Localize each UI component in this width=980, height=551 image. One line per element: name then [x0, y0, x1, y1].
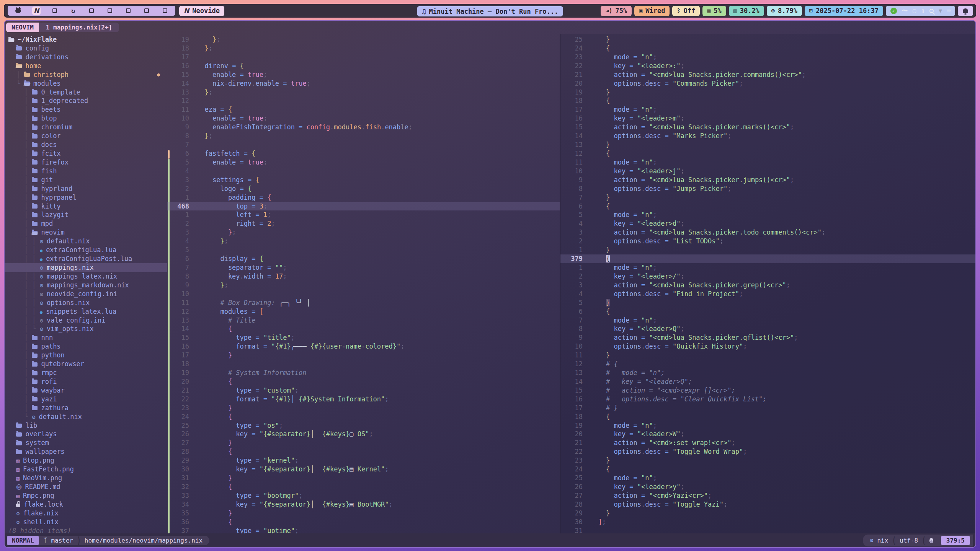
code-line[interactable]: 13 };	[167, 88, 560, 97]
tree-item[interactable]: ⚙flake.nix	[5, 509, 167, 518]
file-tree[interactable]: ~/NixFlake config derivations home │ chr…	[5, 34, 167, 533]
code-line[interactable]: 2 options.desc = "List TODOs";	[560, 237, 975, 246]
tree-item[interactable]: ▨FastFetch.png	[5, 465, 167, 474]
code-line[interactable]: 20 options.desc = "Commands Picker";	[560, 79, 975, 88]
code-line[interactable]: 13 }	[560, 140, 975, 149]
workspace-switcher[interactable]: N↻	[7, 5, 176, 16]
code-line[interactable]: 9 action = "<cmd>lua Snacks.picker.jumps…	[560, 176, 975, 184]
code-line[interactable]: 11 mode = "n";	[560, 158, 975, 167]
music-player-widget[interactable]: ♫ Minuit Machine – Don't Run Fro...	[417, 6, 563, 16]
code-line[interactable]: 12	[167, 96, 560, 105]
code-line[interactable]: 18 {	[560, 412, 975, 421]
code-line[interactable]: 17	[167, 53, 560, 62]
tree-item[interactable]: ⓂREADME.md	[5, 483, 167, 491]
code-line[interactable]: 13 # mode = "n";	[560, 368, 975, 377]
code-line[interactable]: 10 key = "<leader>j";	[560, 167, 975, 176]
code-line[interactable]: 22 options.desc = "Toggle Word Wrap";	[560, 447, 975, 456]
code-line[interactable]: 3 action = "<cmd>lua Snacks.picker.todo_…	[560, 228, 975, 237]
code-line[interactable]: 31 }	[167, 474, 560, 483]
tree-item[interactable]: │ lazygit	[5, 210, 167, 219]
code-line[interactable]: 6 fastfetch = {	[167, 149, 560, 158]
code-line[interactable]: 22 format = "{#1}│ {#}System Information…	[167, 395, 560, 404]
workspace-square[interactable]	[106, 7, 114, 15]
code-line[interactable]: 2 key = "<leader>/";	[560, 272, 975, 281]
tree-item[interactable]: │ └ ⚙vim_opts.nix	[5, 324, 167, 333]
code-line[interactable]: 7	[167, 140, 560, 149]
code-line[interactable]: 21 type = "custom";	[167, 386, 560, 395]
cpu-widget[interactable]: ▦5%	[702, 6, 726, 16]
code-line[interactable]: 19 };	[167, 35, 560, 44]
tab-mappings-nix[interactable]: 1 mappings.nix[2+]	[39, 23, 119, 32]
code-line[interactable]: 23 }	[560, 456, 975, 465]
code-line[interactable]: 25 mode = "n";	[560, 474, 975, 483]
tree-item[interactable]: │ firefox	[5, 158, 167, 167]
code-line[interactable]: 1 left = 1;	[167, 210, 560, 219]
tree-item[interactable]: │ rmpc	[5, 368, 167, 377]
code-line[interactable]: 16 # options.desc = "Clear Quickfix List…	[560, 395, 975, 404]
tree-item[interactable]: │ kitty	[5, 202, 167, 211]
code-line[interactable]: 6 {	[560, 307, 975, 316]
code-line[interactable]: 9 };	[167, 281, 560, 290]
code-line[interactable]: 15 # action = "<cmd>cexpr []<cr>";	[560, 386, 975, 395]
code-line[interactable]: 27 }	[167, 439, 560, 447]
code-line[interactable]: 4	[167, 167, 560, 176]
tree-item[interactable]: │ mpd	[5, 219, 167, 228]
code-line[interactable]: 24 {	[167, 412, 560, 421]
tree-item[interactable]: │ git	[5, 176, 167, 184]
code-line[interactable]: 31	[560, 527, 975, 533]
code-line[interactable]: 1 }	[560, 246, 975, 254]
code-line[interactable]: 3 action = "<cmd>lua Snacks.picker.grep(…	[560, 281, 975, 290]
tree-item[interactable]: flake.lock	[5, 500, 167, 509]
window-icon[interactable]: ▢	[913, 8, 916, 14]
tree-item[interactable]: │ neovim	[5, 228, 167, 237]
tree-item[interactable]: └ modules	[5, 79, 167, 88]
code-line[interactable]: 34 key = "{#separator}│ {#keys}▤ BootMGR…	[167, 500, 560, 509]
code-line[interactable]: 13 # Title	[167, 316, 560, 325]
code-line[interactable]: 37 type = "uptime";	[167, 527, 560, 533]
system-tray[interactable]: ✓〜▢▯▼⌨	[886, 6, 955, 16]
tree-item[interactable]: home	[5, 62, 167, 70]
code-line[interactable]: 29 type = "kernel";	[167, 456, 560, 465]
volume-widget[interactable]: ◄)75%	[601, 6, 632, 16]
code-line[interactable]: 28 options.desc = "Toggle Yazi";	[560, 500, 975, 509]
tree-item[interactable]: │ │ ⚙default.nix	[5, 237, 167, 246]
tree-item[interactable]: │ paths	[5, 342, 167, 351]
code-line[interactable]: 24 {	[560, 44, 975, 53]
workspace-cat[interactable]	[14, 7, 22, 15]
code-line[interactable]: 5 mode = "n";	[560, 210, 975, 219]
tree-item[interactable]: overlays	[5, 430, 167, 439]
clock-widget[interactable]: ⊞2025-07-22 16:37	[805, 6, 883, 16]
tree-item[interactable]: │ zathura	[5, 404, 167, 412]
code-line[interactable]: 17 }	[167, 351, 560, 360]
code-line[interactable]: 12 modules = [	[167, 307, 560, 316]
code-line[interactable]: 379 {	[560, 254, 975, 263]
code-line[interactable]: 30 key = "{#separator}│ {#keys}▤ Kernel"…	[167, 465, 560, 474]
tree-item[interactable]: │ │ ⚙vale_config.ini	[5, 316, 167, 325]
tree-item[interactable]: │ rofi	[5, 377, 167, 386]
tree-item[interactable]: │ │ ⚙mappings_markdown.nix	[5, 281, 167, 290]
code-line[interactable]: 23 mode = "n";	[560, 53, 975, 62]
code-line[interactable]: 21 action = "<cmd>:set wrap!<cr>";	[560, 439, 975, 447]
workspace-refresh[interactable]: ↻	[69, 7, 77, 15]
tree-item[interactable]: system	[5, 439, 167, 447]
phone-icon[interactable]: ▯	[921, 8, 924, 14]
tree-item[interactable]: │ nnn	[5, 333, 167, 342]
tree-item[interactable]: │ 0_template	[5, 88, 167, 97]
mustache-icon[interactable]: 〜	[902, 8, 908, 14]
code-line[interactable]: 4 options.desc = "Find in Project";	[560, 290, 975, 298]
tree-item[interactable]: ▨Btop.png	[5, 456, 167, 465]
code-line[interactable]: 11 eza = {	[167, 105, 560, 114]
tree-item[interactable]: │ btop	[5, 114, 167, 123]
code-line[interactable]: 8 options.desc = "Jumps Picker";	[560, 184, 975, 193]
workspace-square[interactable]	[51, 7, 59, 15]
tree-item[interactable]: wallpapers	[5, 447, 167, 456]
code-line[interactable]: 3 settings = {	[167, 176, 560, 184]
code-line[interactable]: 14 nix-direnv.enable = true;	[167, 79, 560, 88]
tree-item[interactable]: │ fish	[5, 167, 167, 176]
code-line[interactable]: 4 };	[167, 237, 560, 246]
workspace-square[interactable]	[87, 7, 96, 15]
code-line[interactable]: 8 };	[167, 132, 560, 140]
code-line[interactable]: 27 action = "<cmd>Yazi<cr>";	[560, 491, 975, 500]
tree-item[interactable]: config	[5, 44, 167, 53]
code-line[interactable]: 14 options.desc = "Marks Picker";	[560, 132, 975, 140]
